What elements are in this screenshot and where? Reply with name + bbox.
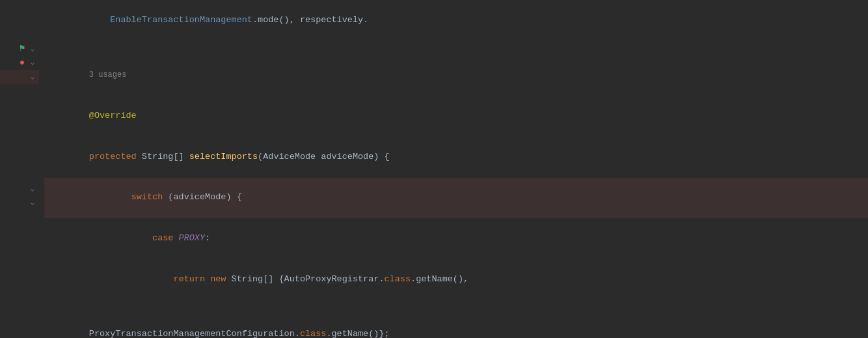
code-line-4: @Override [44, 96, 868, 137]
gutter-row-4: ⚑ ⌄ [0, 42, 39, 57]
fold-icon-4[interactable]: ⌄ [29, 45, 36, 53]
code-line-7: case PROXY: [44, 218, 868, 259]
gutter-row-6: ⌄ [0, 70, 39, 85]
code-line-5: protected String[] selectImports(AdviceM… [44, 137, 868, 178]
bookmark-icon: ⚑ [17, 44, 27, 54]
code-area: EnableTransactionManagement.mode(), resp… [39, 0, 868, 338]
gutter-row-10 [0, 126, 39, 141]
fold-icon-5[interactable]: ⌄ [29, 59, 36, 67]
gutter: ⚑ ⌄ ● ⌄ ⌄ ⌄ ⌄ [0, 0, 39, 338]
code-line-8: return new String[] {AutoProxyRegistrar.… [44, 259, 868, 300]
code-line-4-content: @Override [47, 96, 868, 137]
code-line-1: EnableTransactionManagement.mode(), resp… [44, 0, 868, 41]
switch-keyword: switch [131, 192, 163, 202]
fold-icon-14[interactable]: ⌄ [29, 185, 36, 193]
fold-icon-6[interactable]: ⌄ [29, 73, 36, 81]
gutter-row-14: ⌄ [0, 182, 39, 197]
gutter-row-15: ⌄ [0, 196, 39, 210]
gutter-row-8 [0, 98, 39, 113]
code-line-2-content [47, 41, 868, 55]
gutter-row-5: ● ⌄ [0, 56, 39, 70]
breakpoint-icon[interactable]: ● [17, 58, 27, 68]
fold-icon-15[interactable]: ⌄ [29, 199, 36, 207]
gutter-row-13 [0, 168, 39, 182]
code-line-6: switch (adviceMode) { [44, 178, 868, 219]
code-line-2 [44, 41, 868, 55]
gutter-row-11 [0, 140, 39, 154]
code-line-7-content: case PROXY: [47, 218, 868, 259]
code-line-3-content: 3 usages [47, 55, 868, 96]
gutter-row-2 [0, 14, 39, 29]
code-editor: ⚑ ⌄ ● ⌄ ⌄ ⌄ ⌄ Enabl [0, 0, 868, 338]
code-line-6-content: switch (adviceMode) { [47, 178, 868, 219]
code-line-9-content: ProxyTransactionManagementConfiguration.… [47, 300, 868, 338]
usages-label: 3 usages [89, 70, 127, 79]
code-line-1-content: EnableTransactionManagement.mode(), resp… [47, 0, 868, 41]
gutter-row-9 [0, 112, 39, 126]
gutter-row-12 [0, 154, 39, 169]
gutter-row-1 [0, 0, 39, 14]
code-line-9: ProxyTransactionManagementConfiguration.… [44, 300, 868, 338]
code-line-3: 3 usages [44, 55, 868, 96]
code-line-8-content: return new String[] {AutoProxyRegistrar.… [47, 259, 868, 300]
code-line-5-content: protected String[] selectImports(AdviceM… [47, 137, 868, 178]
gutter-row-3 [0, 28, 39, 42]
gutter-row-7 [0, 84, 39, 98]
